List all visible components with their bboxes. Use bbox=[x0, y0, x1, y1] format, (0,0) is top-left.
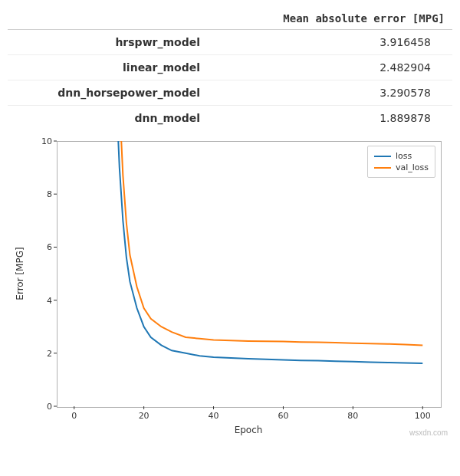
x-tick: 100 bbox=[415, 411, 431, 421]
x-tick: 0 bbox=[71, 411, 77, 421]
watermark: wsxdn.com bbox=[409, 428, 448, 437]
table-row: hrspwr_model3.916458 bbox=[8, 30, 452, 55]
error-vs-epoch-chart: lossval_loss Error [MPG] Epoch wsxdn.com… bbox=[8, 133, 452, 440]
y-tick: 4 bbox=[37, 295, 52, 305]
table-header: Mean absolute error [MPG] bbox=[208, 8, 452, 30]
legend-swatch bbox=[374, 156, 391, 157]
x-axis-label: Epoch bbox=[235, 425, 263, 435]
row-label: hrspwr_model bbox=[8, 30, 208, 55]
row-label: linear_model bbox=[8, 55, 208, 80]
x-tick: 80 bbox=[347, 411, 358, 421]
row-value: 1.889878 bbox=[208, 106, 452, 131]
legend-swatch bbox=[374, 167, 391, 169]
x-tick: 60 bbox=[278, 411, 288, 421]
legend-label: loss bbox=[396, 151, 412, 161]
row-value: 2.482904 bbox=[208, 55, 452, 80]
legend-item: loss bbox=[374, 151, 429, 161]
mae-table: Mean absolute error [MPG] hrspwr_model3.… bbox=[8, 8, 452, 130]
row-label: dnn_horsepower_model bbox=[8, 80, 208, 106]
y-tick: 2 bbox=[37, 348, 52, 358]
chart-lines bbox=[57, 141, 440, 406]
y-tick: 6 bbox=[37, 242, 52, 252]
y-tick: 10 bbox=[37, 136, 52, 146]
table-row: dnn_horsepower_model3.290578 bbox=[8, 80, 452, 106]
chart-legend: lossval_loss bbox=[367, 146, 435, 178]
legend-label: val_loss bbox=[396, 162, 429, 172]
row-value: 3.916458 bbox=[208, 30, 452, 55]
x-tick: 20 bbox=[139, 411, 150, 421]
x-tick: 40 bbox=[209, 411, 219, 421]
legend-item: val_loss bbox=[374, 162, 429, 172]
y-tick: 0 bbox=[37, 402, 52, 412]
table-row: dnn_model1.889878 bbox=[8, 106, 452, 131]
y-tick: 8 bbox=[37, 189, 52, 199]
y-axis-label: Error [MPG] bbox=[15, 247, 25, 300]
table-row: linear_model2.482904 bbox=[8, 55, 452, 80]
row-value: 3.290578 bbox=[208, 80, 452, 106]
row-label: dnn_model bbox=[8, 106, 208, 131]
